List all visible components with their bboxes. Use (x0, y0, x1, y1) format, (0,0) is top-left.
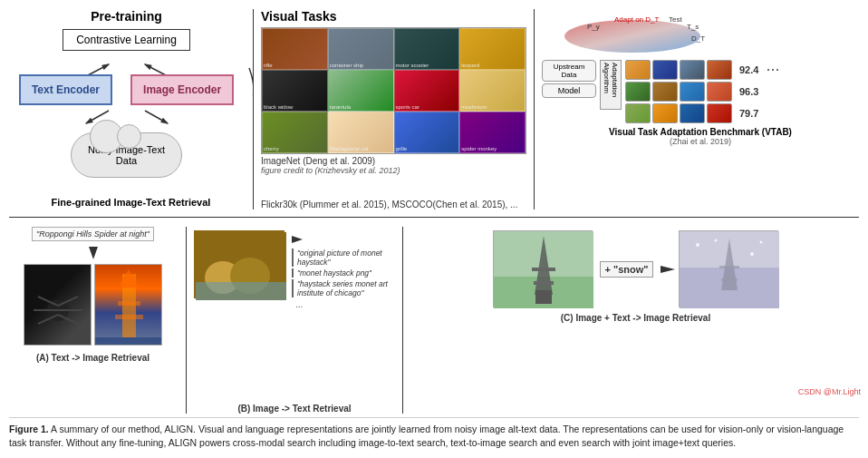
vtab-row-2: 96.3 (625, 82, 758, 102)
svg-rect-36 (534, 281, 554, 285)
c-images-row: + "snow" (493, 230, 777, 307)
retrieval-c-panel: + "snow" (412, 227, 859, 414)
svg-rect-42 (719, 266, 739, 268)
grid-cell-3: motor scooter (394, 28, 460, 70)
text-result-2: "monet haystack png" (292, 268, 395, 278)
svg-rect-37 (535, 290, 552, 304)
vtab-images-2 (625, 82, 732, 102)
tower-svg (95, 265, 162, 346)
retrieval-a-panel: "Roppongi Hills Spider at night" (9, 227, 177, 414)
spider-img (24, 264, 92, 346)
grid-cell-7: sports car (394, 70, 460, 112)
upstream-data-box: Upstream Data (542, 60, 596, 82)
visual-tasks-title: Visual Tasks (261, 9, 526, 24)
vtab-row-1: 92.4 (625, 60, 758, 80)
vtab-img-2c (680, 82, 705, 102)
vtab-img-2a (625, 82, 651, 102)
text-result-3: "haystack series monet art institute of … (292, 279, 395, 297)
svg-line-4 (145, 111, 168, 123)
vtab-img-1d (707, 60, 732, 80)
grid-cell-6: tarantula (328, 70, 394, 112)
svg-text:Adapt on D_T: Adapt on D_T (614, 15, 659, 24)
svg-rect-25 (95, 337, 162, 346)
curve-arrow (72, 68, 254, 95)
watermark: CSDN @Mr.Light (798, 387, 861, 396)
grid-cell-10: Madagascar cat (328, 112, 394, 153)
svg-marker-31 (292, 236, 303, 243)
pretraining-title: Pre-training (91, 9, 162, 24)
vtab-img-3c (680, 103, 705, 123)
pretraining-section: Pre-training Contrastive Learning Text E… (5, 9, 249, 196)
svg-point-46 (714, 239, 717, 242)
vtab-img-1b (652, 60, 678, 80)
svg-rect-30 (200, 237, 282, 239)
vtab-img-2d (707, 82, 732, 102)
vtab-image-rows: 92.4 96.3 (625, 60, 758, 123)
svg-point-44 (696, 243, 699, 247)
monet-svg (196, 232, 286, 300)
vtab-img-2b (652, 82, 678, 102)
caption-a: (A) Text -> Image Retrieval (36, 353, 149, 363)
cloud-shape: Noisy Image-TextData (71, 132, 182, 178)
flickr-label: Flickr30k (Plummer et al. 2015), MSCOCO(… (261, 200, 526, 210)
arrow-down-a (89, 247, 98, 259)
svg-point-7 (564, 20, 700, 53)
figure-text: A summary of our method, ALIGN. Visual a… (9, 424, 844, 448)
arrow-right-c (661, 264, 675, 275)
grid-cell-5: black widow (262, 70, 328, 112)
svg-text:P_y: P_y (587, 23, 600, 31)
grid-cell-11: grille (394, 112, 460, 153)
svg-marker-13 (89, 247, 98, 259)
svg-rect-23 (115, 315, 143, 319)
vtab-citation: (Zhai et al. 2019) (542, 137, 859, 146)
imagenet-label: ImageNet (Deng et al. 2009) (261, 156, 526, 166)
vtab-img-3b (652, 103, 678, 123)
vtab-row-3: 79.7 (625, 103, 758, 123)
vtab-title: Visual Task Adaptation Benchmark (VTAB) (542, 127, 859, 137)
vtab-img-1a (625, 60, 651, 80)
figure-prefix: Figure 1. (9, 424, 49, 434)
svg-text:Test: Test (669, 15, 682, 24)
text-results: "original picture of monet haystack" "mo… (292, 248, 395, 309)
tower-img (94, 264, 162, 346)
vtab-images-3 (625, 103, 732, 123)
grid-cell-12: spider monkey (459, 112, 526, 153)
fine-grained-label: Fine-grained Image-Text Retrieval (9, 197, 253, 208)
mountain-viz: P_y T_s Adapt on D_T Test D_T (560, 9, 723, 54)
svg-rect-43 (721, 278, 738, 281)
caption-c: (C) Image + Text -> Image Retrieval (561, 313, 710, 323)
grid-cell-2: container ship (328, 28, 394, 70)
vtab-img-3a (625, 103, 651, 123)
eiffel-snow-svg (680, 231, 779, 308)
grid-cell-4: leopard (459, 28, 526, 70)
grid-cell-8: mushroom (459, 70, 526, 112)
pretraining-panel: Pre-training Contrastive Learning Text E… (9, 9, 254, 210)
vtab-img-3d (707, 103, 732, 123)
score-1: 92.4 (739, 64, 758, 75)
cloud-label: Noisy Image-TextData (88, 144, 165, 166)
eiffel-snow-img (679, 230, 778, 307)
svg-point-45 (750, 252, 754, 256)
score-2: 96.3 (739, 86, 758, 97)
arrow-c-container (661, 264, 675, 275)
svg-text:D_T: D_T (691, 34, 705, 43)
svg-rect-29 (196, 282, 286, 300)
quote-a: "Roppongi Hills Spider at night" (32, 227, 154, 241)
caption-b: (B) Image -> Text Retrieval (237, 404, 351, 414)
plus-snow-label: + "snow" (600, 261, 652, 278)
svg-rect-24 (118, 301, 140, 306)
svg-rect-35 (532, 268, 555, 271)
imagenet-credit: figure credit to (Krizhevsky et al. 2012… (261, 166, 526, 175)
image-pair-a (24, 264, 162, 346)
contrastive-box: Contrastive Learning (63, 29, 190, 51)
vtab-panel: P_y T_s Adapt on D_T Test D_T Upstream D… (535, 9, 859, 210)
eiffel-svg (494, 231, 593, 308)
algo-box: AdaptationAlgorithm (600, 60, 622, 110)
svg-marker-38 (661, 266, 675, 273)
spider-svg (24, 265, 92, 346)
model-box: Model (542, 83, 596, 98)
visual-tasks-panel: Visual Tasks rifle container ship motor … (254, 9, 535, 210)
svg-marker-22 (118, 269, 140, 287)
top-section: Pre-training Contrastive Learning Text E… (9, 9, 859, 218)
dots-label: ··· (766, 60, 779, 79)
